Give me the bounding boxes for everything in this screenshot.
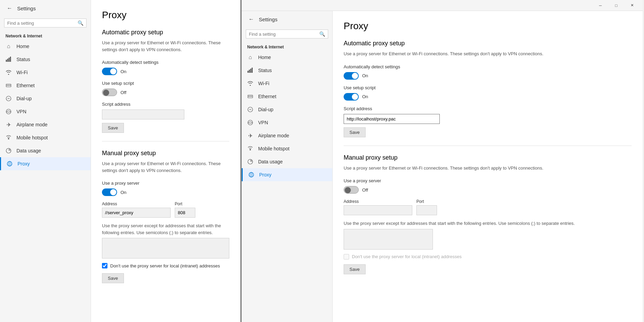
sidebar-2: ← Settings 🔍 Network & Internet ⌂ Home S… (242, 11, 333, 322)
script-address-row-2: Script address Save (344, 106, 632, 137)
svg-rect-22 (251, 96, 252, 97)
sidebar-item-vpn-1[interactable]: VPN (0, 105, 91, 118)
port-label-2: Port (416, 199, 437, 204)
sidebar-item-airplane-2[interactable]: ✈ Airplane mode (242, 129, 332, 142)
back-button-1[interactable]: ← (5, 4, 14, 13)
exceptions-desc-2: Use the proxy server except for addresse… (344, 220, 632, 227)
nav-label-status-1: Status (16, 57, 30, 62)
svg-point-9 (6, 109, 11, 114)
maximize-button-2[interactable]: □ (608, 0, 624, 11)
divider-2 (344, 146, 632, 146)
ethernet-icon-1 (5, 82, 12, 89)
nav-label-ethernet-2: Ethernet (258, 94, 276, 99)
sidebar-item-home-2[interactable]: ⌂ Home (242, 51, 332, 64)
sidebar-item-dialup-1[interactable]: Dial-up (0, 92, 91, 105)
svg-rect-16 (249, 70, 250, 73)
save-button-3[interactable]: Save (344, 127, 366, 137)
port-input-1[interactable] (175, 208, 195, 218)
address-port-row-2: Address Port (344, 199, 632, 215)
search-box-1: 🔍 (4, 19, 87, 27)
auto-section-title-1: Automatic proxy setup (102, 29, 229, 36)
search-input-2[interactable] (249, 32, 317, 37)
window-title-2: Settings (259, 16, 277, 22)
address-field-group-2: Address (344, 199, 412, 215)
sidebar-section-label-2: Network & Internet (242, 42, 332, 51)
ethernet-icon-2 (247, 93, 253, 100)
sidebar-item-dialup-2[interactable]: Dial-up (242, 103, 332, 116)
auto-section-desc-2: Use a proxy server for Ethernet or Wi-Fi… (344, 50, 632, 57)
home-icon-2: ⌂ (247, 54, 253, 60)
sidebar-item-home-1[interactable]: ⌂ Home (0, 40, 91, 53)
sidebar-item-datausage-1[interactable]: Data usage (0, 144, 91, 157)
setup-script-toggle-2[interactable] (344, 93, 359, 101)
address-input-2[interactable] (344, 205, 412, 215)
setup-script-toggle-row-2: On (344, 93, 632, 101)
auto-detect-toggle-2[interactable] (344, 72, 359, 80)
save-button-1[interactable]: Save (102, 123, 124, 133)
svg-rect-5 (7, 85, 8, 86)
page-title-2: Proxy (344, 21, 632, 32)
wifi-icon-2 (247, 80, 253, 87)
sidebar-item-airplane-1[interactable]: ✈ Airplane mode (0, 118, 91, 131)
sidebar-item-wifi-2[interactable]: Wi-Fi (242, 77, 332, 90)
auto-detect-toggle-row-1: On (102, 68, 229, 75)
nav-label-proxy-1: Proxy (18, 161, 30, 166)
auto-detect-toggle-1[interactable] (102, 68, 117, 75)
use-proxy-toggle-1[interactable] (102, 188, 117, 196)
nav-label-status-2: Status (258, 68, 272, 73)
script-address-input-1[interactable] (102, 110, 184, 119)
airplane-icon-2: ✈ (247, 133, 253, 139)
search-box-2: 🔍 (246, 30, 328, 38)
svg-point-25 (250, 149, 251, 150)
sidebar-item-wifi-1[interactable]: Wi-Fi (0, 66, 91, 79)
window-title-1: Settings (17, 5, 36, 11)
exceptions-textarea-1[interactable] (102, 238, 229, 258)
sidebar-item-proxy-2[interactable]: Proxy (242, 168, 332, 181)
back-button-2[interactable]: ← (247, 15, 255, 24)
sidebar-item-hotspot-2[interactable]: Mobile hotspot (242, 142, 332, 155)
hotspot-icon-1 (5, 135, 12, 141)
no-local-checkbox-2[interactable] (344, 254, 349, 260)
nav-label-airplane-1: Airplane mode (16, 122, 47, 127)
sidebar-item-ethernet-2[interactable]: Ethernet (242, 90, 332, 103)
script-address-label-1: Script address (102, 102, 229, 107)
sidebar-item-status-2[interactable]: Status (242, 64, 332, 77)
sidebar-item-hotspot-1[interactable]: Mobile hotspot (0, 131, 91, 144)
search-icon-1[interactable]: 🔍 (78, 20, 83, 26)
sidebar-item-status-1[interactable]: Status (0, 53, 91, 66)
save-button-4[interactable]: Save (344, 264, 366, 274)
setup-script-toggle-1[interactable] (102, 89, 117, 96)
sidebar-item-datausage-2[interactable]: Data usage (242, 155, 332, 168)
no-local-label-1: Don't use the proxy server for local (in… (110, 263, 220, 268)
nav-label-dialup-2: Dial-up (258, 107, 273, 112)
title-bar-2: ─ □ ✕ (242, 0, 643, 11)
home-icon-1: ⌂ (5, 43, 12, 49)
nav-label-wifi-1: Wi-Fi (16, 70, 28, 75)
dialup-icon-1 (5, 95, 12, 102)
port-input-2[interactable] (416, 205, 437, 215)
save-button-2[interactable]: Save (102, 273, 124, 283)
sidebar-item-ethernet-1[interactable]: Ethernet (0, 79, 91, 92)
manual-section-title-1: Manual proxy setup (102, 150, 229, 157)
address-label-1: Address (102, 202, 171, 206)
nav-label-hotspot-1: Mobile hotspot (16, 135, 48, 140)
script-address-input-2[interactable] (344, 114, 440, 124)
address-input-1[interactable] (102, 208, 171, 218)
no-local-row-1: Don't use the proxy server for local (in… (102, 263, 229, 268)
close-button-2[interactable]: ✕ (624, 0, 640, 11)
manual-section-desc-1: Use a proxy server for Ethernet or Wi-Fi… (102, 160, 229, 174)
no-local-checkbox-1[interactable] (102, 263, 107, 268)
use-proxy-label-1: Use a proxy server (102, 181, 229, 186)
datausage-icon-2 (247, 159, 253, 165)
sidebar-item-vpn-2[interactable]: VPN (242, 116, 332, 129)
use-proxy-toggle-2[interactable] (344, 186, 359, 194)
minimize-button-2[interactable]: ─ (593, 0, 608, 11)
search-input-1[interactable] (7, 21, 76, 26)
use-proxy-toggle-row-2: Off (344, 186, 632, 194)
exceptions-textarea-2[interactable] (344, 229, 433, 250)
page-title-1: Proxy (102, 10, 229, 21)
search-icon-2[interactable]: 🔍 (319, 31, 325, 37)
sidebar-item-proxy-1[interactable]: Proxy (0, 157, 91, 170)
address-port-row-1: Address Port (102, 202, 229, 218)
svg-rect-2 (9, 58, 10, 62)
